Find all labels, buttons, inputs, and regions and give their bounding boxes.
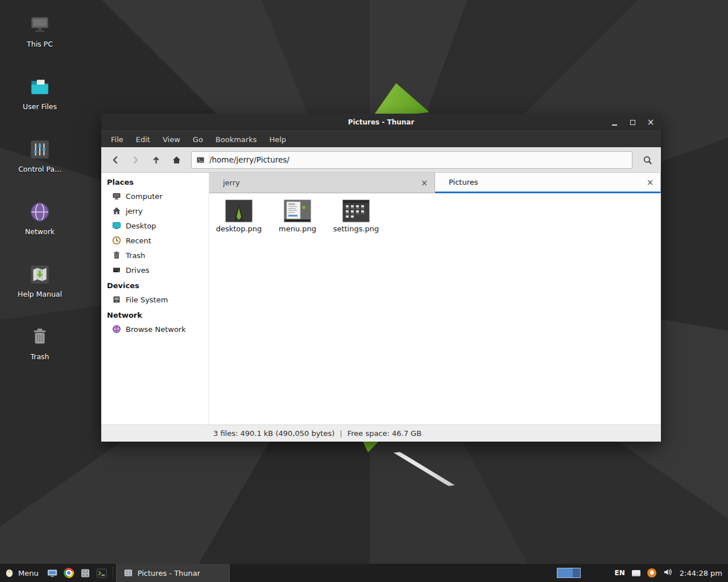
minimize-icon	[612, 124, 617, 126]
sidebar-item-label: Drives	[126, 266, 149, 275]
control-panel-icon	[28, 138, 52, 161]
image-location-icon	[196, 156, 205, 164]
status-free-space-text: Free space: 46.7 GB	[348, 429, 421, 438]
globe-icon	[28, 200, 52, 224]
browser-icon	[64, 568, 74, 578]
devices-header: Devices	[101, 277, 209, 292]
desktop-icon-label: Trash	[30, 352, 49, 361]
search-button[interactable]	[638, 151, 656, 169]
path-bar[interactable]: /home/jerry/Pictures/	[191, 151, 632, 169]
filesystem-drive-icon	[112, 295, 121, 304]
menu-help[interactable]: Help	[263, 131, 292, 148]
tab-close-button[interactable]: ×	[419, 177, 430, 189]
window-controls: ×	[605, 114, 660, 131]
back-button[interactable]	[106, 151, 124, 169]
close-icon: ×	[647, 117, 655, 127]
sidebar-item-label: jerry	[126, 207, 143, 215]
desktop-icon-label: Control Pa...	[18, 165, 61, 173]
desktop-png-thumbnail	[226, 200, 252, 222]
menu-edit[interactable]: Edit	[130, 131, 156, 148]
workspace-pager[interactable]	[557, 568, 581, 578]
task-button-label: Pictures - Thunar	[138, 569, 200, 577]
tab-label: jerry	[223, 178, 240, 187]
toolbar: /home/jerry/Pictures/	[101, 147, 661, 173]
sidebar-item-label: File System	[126, 296, 168, 304]
tab-pictures[interactable]: Pictures ×	[435, 173, 661, 193]
menu-view[interactable]: View	[156, 131, 187, 148]
maximize-button[interactable]	[623, 114, 642, 131]
menubar: File Edit View Go Bookmarks Help	[101, 131, 661, 147]
file-desktop-png[interactable]: desktop.png	[212, 200, 266, 233]
status-bar: 3 files: 490.1 kB (490,050 bytes) | Free…	[101, 425, 661, 442]
sidebar-item-desktop[interactable]: Desktop	[101, 218, 209, 233]
forward-arrow-icon	[131, 155, 140, 165]
side-pane: Places Computer jerry Desktop Recent Tra…	[101, 173, 209, 425]
close-button[interactable]: ×	[642, 114, 660, 131]
file-settings-png[interactable]: settings.png	[329, 200, 383, 233]
browser-launcher[interactable]	[61, 564, 77, 582]
volume-button[interactable]	[663, 568, 673, 579]
applications-menu-button[interactable]: Menu	[0, 564, 44, 582]
sidebar-item-label: Browse Network	[126, 325, 186, 334]
menu-go[interactable]: Go	[187, 131, 209, 148]
taskbar-separator	[110, 564, 116, 582]
tab-jerry[interactable]: jerry ×	[209, 173, 435, 193]
desktop-icon-column: This PC User Files Control Pa... Network…	[13, 13, 67, 365]
taskbar-clock[interactable]: 2:44:28 pm	[680, 569, 722, 577]
show-desktop-button[interactable]	[44, 564, 61, 582]
menu-file[interactable]: File	[105, 131, 130, 148]
file-menu-png[interactable]: menu.png	[270, 200, 325, 233]
updates-notifier-icon[interactable]	[647, 568, 656, 577]
status-divider: |	[340, 429, 342, 438]
desktop-icon-user-files[interactable]: User Files	[13, 75, 67, 115]
desktop-icon-label: Help Manual	[18, 290, 62, 298]
path-text: /home/jerry/Pictures/	[209, 155, 289, 164]
main-pane: jerry × Pictures × desktop.png menu.png	[209, 173, 661, 425]
desktop-icon-this-pc[interactable]: This PC	[13, 13, 67, 52]
menu-bookmarks[interactable]: Bookmarks	[209, 131, 263, 148]
tab-close-button[interactable]: ×	[644, 177, 656, 188]
menu-png-thumbnail	[284, 200, 311, 222]
window-body: Places Computer jerry Desktop Recent Tra…	[101, 173, 661, 425]
home-button[interactable]	[167, 151, 185, 169]
tab-bar: jerry × Pictures ×	[209, 173, 661, 193]
computer-icon	[28, 13, 52, 36]
sidebar-item-recent[interactable]: Recent	[101, 233, 209, 248]
desktop-icon-control-panel[interactable]: Control Pa...	[13, 138, 67, 177]
desktop-icon-help-manual[interactable]: Help Manual	[13, 263, 67, 302]
thunar-task-icon	[123, 568, 133, 577]
task-button-thunar[interactable]: Pictures - Thunar	[116, 564, 230, 582]
minimize-button[interactable]	[605, 114, 623, 131]
settings-png-thumbnail	[343, 200, 369, 222]
trash-icon	[112, 251, 121, 260]
desktop-icon-network[interactable]: Network	[13, 200, 67, 240]
keyboard-layout-label[interactable]: EN	[615, 569, 625, 577]
desktop-icon-trash[interactable]: Trash	[13, 325, 67, 365]
thunar-window: Pictures - Thunar × File Edit View Go Bo…	[101, 114, 661, 442]
file-view[interactable]: desktop.png menu.png settings.png	[209, 193, 661, 425]
terminal-launcher[interactable]	[94, 564, 110, 582]
sidebar-item-browse-network[interactable]: Browse Network	[101, 322, 209, 336]
places-header: Places	[101, 174, 209, 189]
sidebar-item-computer[interactable]: Computer	[101, 189, 209, 203]
up-arrow-icon	[151, 155, 161, 165]
taskbar-tray: EN 2:44:28 pm	[557, 564, 728, 582]
sidebar-item-home[interactable]: jerry	[101, 203, 209, 218]
sidebar-item-trash[interactable]: Trash	[101, 248, 209, 263]
search-icon	[643, 155, 652, 165]
file-manager-launcher[interactable]	[77, 564, 94, 582]
desktop-icon-label: User Files	[23, 102, 57, 111]
desktop-icon-label: This PC	[27, 40, 53, 48]
home-icon	[172, 155, 181, 165]
window-titlebar[interactable]: Pictures - Thunar ×	[101, 114, 661, 131]
forward-button[interactable]	[126, 151, 144, 169]
computer-icon	[112, 192, 121, 201]
up-button[interactable]	[147, 151, 165, 169]
menu-button-label: Menu	[18, 569, 39, 577]
file-manager-icon	[80, 568, 90, 578]
sidebar-item-drives[interactable]: Drives	[101, 263, 209, 277]
trash-icon	[28, 325, 52, 349]
keyboard-icon[interactable]	[632, 570, 640, 576]
sidebar-item-file-system[interactable]: File System	[101, 292, 209, 307]
sidebar-item-label: Trash	[126, 251, 145, 260]
